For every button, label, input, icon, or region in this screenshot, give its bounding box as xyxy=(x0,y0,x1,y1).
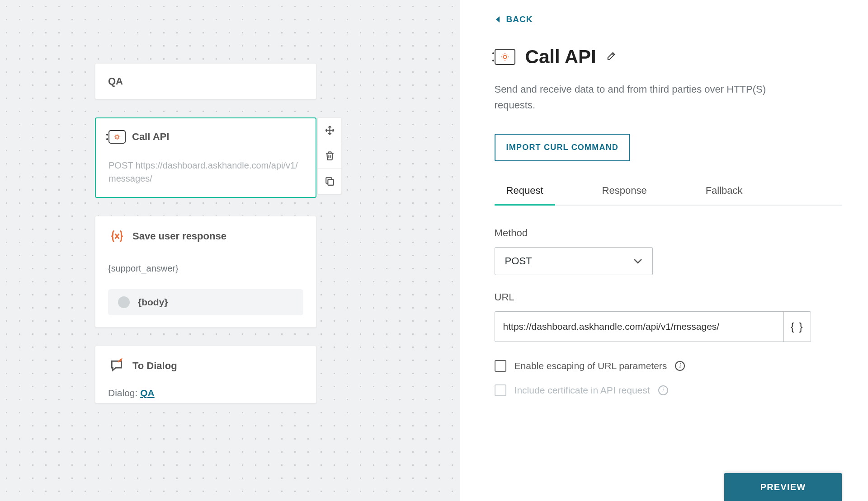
dialog-link-label: Dialog: xyxy=(108,388,140,398)
node-to-dialog[interactable]: To Dialog Dialog: QA xyxy=(95,346,316,403)
svg-point-2 xyxy=(503,55,506,58)
panel-title-row: Call API xyxy=(495,46,842,68)
tab-response[interactable]: Response xyxy=(602,185,647,205)
panel-description: Send and receive data to and from third … xyxy=(495,81,784,113)
node-header: To Dialog xyxy=(108,358,303,374)
include-cert-checkbox xyxy=(495,384,506,396)
chevron-down-icon xyxy=(633,258,642,264)
import-curl-button[interactable]: IMPORT CURL COMMAND xyxy=(495,134,630,161)
back-arrow-icon xyxy=(495,16,501,23)
svg-rect-1 xyxy=(328,179,334,185)
node-save-response[interactable]: Save user response {support_answer} {bod… xyxy=(95,216,316,328)
tabs: Request Response Fallback xyxy=(495,185,842,206)
edit-title-button[interactable] xyxy=(606,51,616,63)
tab-fallback[interactable]: Fallback xyxy=(706,185,743,205)
insert-variable-button[interactable]: { } xyxy=(783,312,811,342)
delete-node-button[interactable] xyxy=(318,143,341,169)
response-chip: {body} xyxy=(108,289,303,315)
info-icon[interactable]: i xyxy=(675,361,685,371)
tab-request[interactable]: Request xyxy=(506,185,543,205)
node-header: Call API xyxy=(108,130,303,144)
api-icon xyxy=(108,130,126,144)
include-cert-label: Include certificate in API request xyxy=(514,385,650,396)
back-label: BACK xyxy=(506,14,533,24)
url-field: { } xyxy=(495,311,811,342)
dialog-icon xyxy=(108,358,126,374)
url-input[interactable] xyxy=(495,321,783,332)
flow-canvas[interactable]: QA Call API POST https://dashboard.askha… xyxy=(0,0,460,501)
dialog-link[interactable]: QA xyxy=(140,388,155,398)
node-title: Call API xyxy=(132,131,169,143)
include-cert-row: Include certificate in API request i xyxy=(495,384,842,396)
node-call-api[interactable]: Call API POST https://dashboard.askhandl… xyxy=(95,117,316,198)
method-select[interactable]: POST xyxy=(495,247,653,275)
node-title: Save user response xyxy=(132,230,226,242)
chip-text: {body} xyxy=(138,297,168,308)
move-node-button[interactable] xyxy=(318,118,341,143)
details-panel: BACK Call API Send and receive data to a… xyxy=(460,0,868,501)
node-title: To Dialog xyxy=(132,360,177,372)
method-value: POST xyxy=(505,255,532,267)
api-icon xyxy=(495,49,515,65)
flow-header-card[interactable]: QA xyxy=(95,63,316,99)
svg-point-0 xyxy=(116,136,118,138)
escape-url-label: Enable escaping of URL parameters xyxy=(514,361,667,371)
chip-dot-icon xyxy=(118,296,130,308)
back-button[interactable]: BACK xyxy=(495,14,842,24)
escape-url-row[interactable]: Enable escaping of URL parameters i xyxy=(495,360,842,372)
variable-icon xyxy=(108,228,126,244)
dialog-target-line: Dialog: QA xyxy=(108,388,303,398)
node-subtitle: POST https://dashboard.askhandle.com/api… xyxy=(108,159,303,185)
node-toolbar xyxy=(317,117,342,194)
info-icon[interactable]: i xyxy=(658,385,668,395)
flow-header-title: QA xyxy=(108,75,303,87)
node-header: Save user response xyxy=(108,228,303,244)
node-variable: {support_answer} xyxy=(108,263,303,274)
preview-button[interactable]: PREVIEW xyxy=(724,473,842,501)
method-label: Method xyxy=(495,227,842,239)
flow-column: QA Call API POST https://dashboard.askha… xyxy=(95,63,316,403)
escape-url-checkbox[interactable] xyxy=(495,360,506,372)
panel-title: Call API xyxy=(525,46,596,68)
duplicate-node-button[interactable] xyxy=(318,169,341,194)
url-label: URL xyxy=(495,291,842,303)
